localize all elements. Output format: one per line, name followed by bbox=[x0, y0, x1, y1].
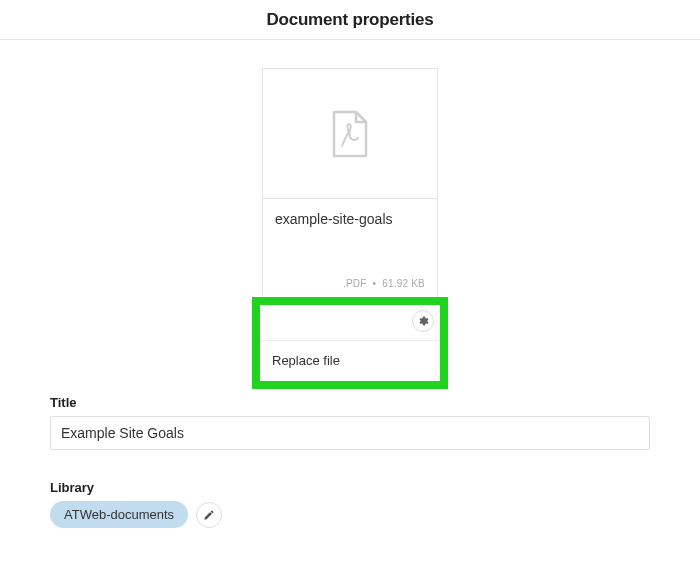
document-filename: example-site-goals bbox=[275, 211, 425, 227]
title-input[interactable] bbox=[50, 416, 650, 450]
document-thumbnail bbox=[263, 69, 437, 199]
replace-file-row[interactable]: Replace file bbox=[260, 341, 440, 381]
page-title: Document properties bbox=[266, 10, 433, 30]
separator-dot: • bbox=[373, 278, 377, 289]
library-label: Library bbox=[50, 480, 650, 495]
gear-icon bbox=[417, 315, 429, 327]
pencil-icon bbox=[203, 509, 215, 521]
library-tag[interactable]: ATWeb-documents bbox=[50, 501, 188, 528]
highlighted-menu-box: Replace file bbox=[50, 297, 650, 389]
form-section: Title Library ATWeb-documents bbox=[50, 395, 650, 528]
dropdown-menu: Replace file bbox=[252, 297, 448, 389]
document-filesize: 61.92 KB bbox=[382, 278, 425, 289]
document-preview-card: example-site-goals .PDF • 61.92 KB bbox=[262, 68, 438, 300]
edit-library-button[interactable] bbox=[196, 502, 222, 528]
title-label: Title bbox=[50, 395, 650, 410]
gear-row bbox=[260, 305, 440, 341]
page-header: Document properties bbox=[0, 0, 700, 40]
file-pdf-icon bbox=[330, 110, 370, 158]
document-meta: example-site-goals .PDF • 61.92 KB bbox=[263, 199, 437, 299]
content-area: example-site-goals .PDF • 61.92 KB bbox=[0, 40, 700, 528]
library-row: ATWeb-documents bbox=[50, 501, 650, 528]
replace-file-label: Replace file bbox=[272, 353, 340, 368]
document-file-info: .PDF • 61.92 KB bbox=[343, 278, 425, 289]
document-extension: .PDF bbox=[343, 278, 367, 289]
preview-card-container: example-site-goals .PDF • 61.92 KB bbox=[50, 68, 650, 300]
settings-button[interactable] bbox=[412, 310, 434, 332]
